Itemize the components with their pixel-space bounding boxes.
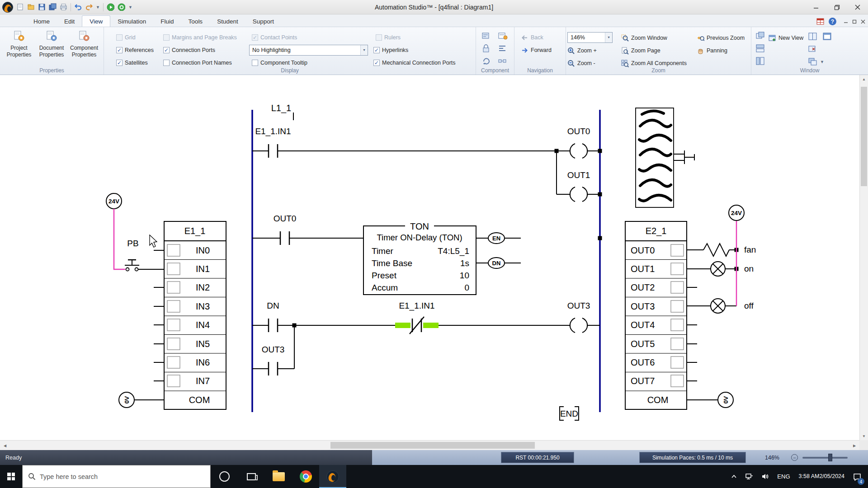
workspace-grid-icon[interactable] <box>816 18 824 25</box>
supply-24v-left[interactable]: 24V <box>106 193 122 209</box>
save-all-icon[interactable] <box>49 3 57 11</box>
component-id-position-icon[interactable] <box>498 32 508 41</box>
diagram-canvas[interactable]: TON Timer ON-Delay (TON) Timer T4:L5_1 T… <box>0 75 859 440</box>
zoom-level-combobox[interactable]: 146% <box>567 32 613 43</box>
zoom-in-button[interactable]: Zoom + <box>567 46 597 55</box>
tab-edit[interactable]: Edit <box>57 16 82 27</box>
tile-horizontally-icon[interactable] <box>756 44 765 52</box>
checkbox-rulers[interactable]: Rulers <box>376 33 401 42</box>
checkbox-component-tooltip[interactable]: Component Tooltip <box>252 59 307 67</box>
undo-icon[interactable] <box>74 3 82 11</box>
scroll-down-icon[interactable]: ▼ <box>860 432 868 440</box>
ton-timer-block[interactable]: TON Timer ON-Delay (TON) Timer T4:L5_1 T… <box>363 221 476 295</box>
tab-fluid[interactable]: Fluid <box>153 16 181 27</box>
app-logo-icon[interactable] <box>2 2 13 13</box>
checkbox-contact-points[interactable]: Contact Points <box>252 33 297 42</box>
component-distribute-icon[interactable] <box>498 57 508 66</box>
restore-button[interactable] <box>826 0 847 14</box>
start-button[interactable] <box>0 465 22 488</box>
horizontal-scrollbar[interactable]: ◀ ▶ <box>0 440 859 450</box>
hidden-icons-chevron[interactable] <box>727 465 741 488</box>
tab-student[interactable]: Student <box>210 16 245 27</box>
output-module-e2-1[interactable]: E2_1 OUT0 OUT1 OUT2 OUT3 OUT4 OUT5 OUT6 … <box>625 221 687 409</box>
redo-icon[interactable] <box>85 3 93 11</box>
volume-icon[interactable] <box>757 465 773 488</box>
horizontal-scroll-thumb[interactable] <box>330 442 535 449</box>
checkbox-margins-page-breaks[interactable]: Margins and Page Breaks <box>163 33 237 42</box>
vertical-scrollbar[interactable]: ▲ ▼ <box>859 75 868 440</box>
component-id-icon[interactable] <box>482 32 492 41</box>
save-icon[interactable] <box>38 3 46 11</box>
forward-button[interactable]: Forward <box>521 46 552 55</box>
lamp-off[interactable] <box>711 299 725 313</box>
taskbar-task-view-button[interactable] <box>238 465 265 488</box>
new-view-button[interactable]: New View <box>769 33 803 42</box>
ground-0v-left[interactable]: 0V <box>119 392 134 408</box>
highlighting-dropdown[interactable]: No Highlighting <box>249 45 368 56</box>
search-input[interactable] <box>40 473 205 480</box>
document-minimize-icon[interactable] <box>844 19 848 24</box>
component-properties-button[interactable]: Component Properties <box>69 30 99 58</box>
tile-vertically-icon[interactable] <box>756 57 765 65</box>
simulation-mode-icon[interactable] <box>118 3 125 11</box>
open-project-icon[interactable] <box>27 3 35 11</box>
taskbar-cortana-button[interactable] <box>211 465 238 488</box>
network-icon[interactable] <box>741 465 757 488</box>
document-restore-icon[interactable] <box>852 19 857 24</box>
vertical-scroll-thumb[interactable] <box>861 87 867 186</box>
taskbar-file-explorer-button[interactable] <box>265 465 292 488</box>
push-button-pb[interactable] <box>125 260 139 271</box>
close-button[interactable] <box>847 0 868 14</box>
print-icon[interactable] <box>60 3 67 11</box>
switch-windows-dropdown-icon[interactable]: ▼ <box>820 60 824 64</box>
minimize-button[interactable] <box>806 0 826 14</box>
taskbar-search[interactable] <box>22 465 211 488</box>
tab-tools[interactable]: Tools <box>181 16 210 27</box>
checkbox-satellites[interactable]: Satellites <box>116 59 148 67</box>
customize-quick-access-icon[interactable]: ▼ <box>128 5 132 9</box>
tire-component[interactable] <box>636 108 694 207</box>
taskbar-automation-studio-button[interactable] <box>319 465 346 488</box>
component-align-icon[interactable] <box>498 44 508 53</box>
project-properties-button[interactable]: Project Properties <box>4 30 34 58</box>
zoom-page-button[interactable]: Zoom Page <box>621 46 660 55</box>
tab-home[interactable]: Home <box>26 16 57 27</box>
split-view-icon[interactable] <box>808 33 817 41</box>
checkbox-hyperlinks[interactable]: Hyperlinks <box>373 46 408 54</box>
language-indicator[interactable]: ENG <box>773 465 794 488</box>
cascade-windows-icon[interactable] <box>756 32 765 40</box>
fan-heater-element[interactable] <box>703 244 729 256</box>
lamp-on[interactable] <box>711 262 725 276</box>
checkbox-connection-ports[interactable]: Connection Ports <box>163 46 215 54</box>
ground-0v-right[interactable]: 0V <box>718 392 733 408</box>
input-module-e1-1[interactable]: E1_1 IN0 IN1 IN2 IN3 IN4 IN5 IN6 IN7 COM <box>164 221 226 409</box>
taskbar-chrome-button[interactable] <box>292 465 319 488</box>
new-document-icon[interactable] <box>16 3 24 11</box>
component-lock-icon[interactable] <box>482 44 492 53</box>
back-button[interactable]: Back <box>521 33 543 42</box>
checkbox-mechanical-connection-ports[interactable]: Mechanical Connection Ports <box>373 59 456 67</box>
zoom-all-components-button[interactable]: Zoom All Components <box>621 59 687 68</box>
scroll-left-icon[interactable]: ◀ <box>1 441 9 450</box>
tab-simulation[interactable]: Simulation <box>110 16 153 27</box>
zoom-window-button[interactable]: Zoom Window <box>621 33 667 42</box>
previous-zoom-button[interactable]: Previous Zoom <box>697 33 745 42</box>
status-zoom-slider-thumb[interactable] <box>828 454 832 461</box>
run-simulation-icon[interactable] <box>107 3 114 11</box>
status-zoom-out-icon[interactable] <box>791 454 798 461</box>
zoom-out-button[interactable]: Zoom - <box>567 59 595 68</box>
checkbox-grid[interactable]: Grid <box>116 33 136 42</box>
document-properties-button[interactable]: Document Properties <box>36 30 67 58</box>
scroll-right-icon[interactable]: ▶ <box>850 441 859 450</box>
component-rotate-icon[interactable] <box>482 57 492 66</box>
tab-view[interactable]: View <box>82 15 110 27</box>
checkbox-connection-port-names[interactable]: Connection Port Names <box>163 59 232 67</box>
help-icon[interactable] <box>829 18 836 25</box>
document-close-icon[interactable] <box>861 19 865 24</box>
switch-windows-icon[interactable] <box>808 58 817 66</box>
supply-24v-right[interactable]: 24V <box>729 205 744 221</box>
tab-support[interactable]: Support <box>245 16 281 27</box>
close-all-windows-icon[interactable] <box>808 45 817 53</box>
maximize-view-icon[interactable] <box>823 33 832 41</box>
panning-button[interactable]: Panning <box>697 46 727 55</box>
